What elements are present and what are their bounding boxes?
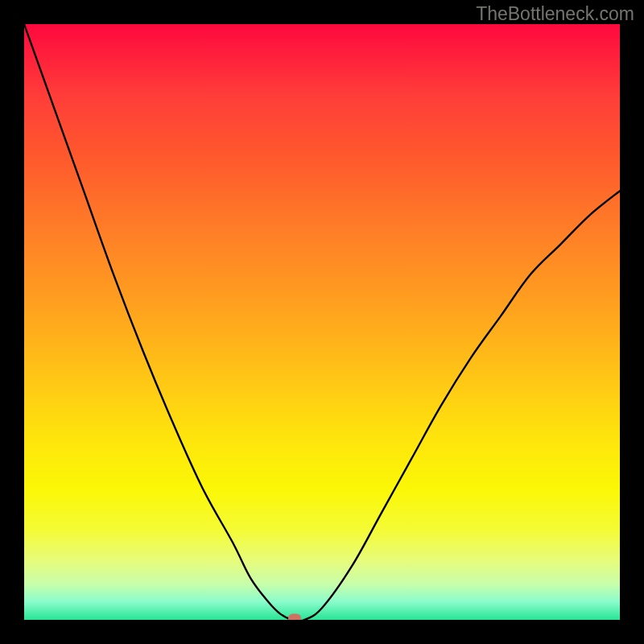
optimum-marker — [288, 613, 301, 620]
watermark-text: TheBottleneck.com — [476, 3, 634, 25]
chart-frame: TheBottleneck.com — [0, 0, 644, 644]
bottleneck-curve — [24, 24, 620, 620]
plot-area — [24, 24, 620, 620]
